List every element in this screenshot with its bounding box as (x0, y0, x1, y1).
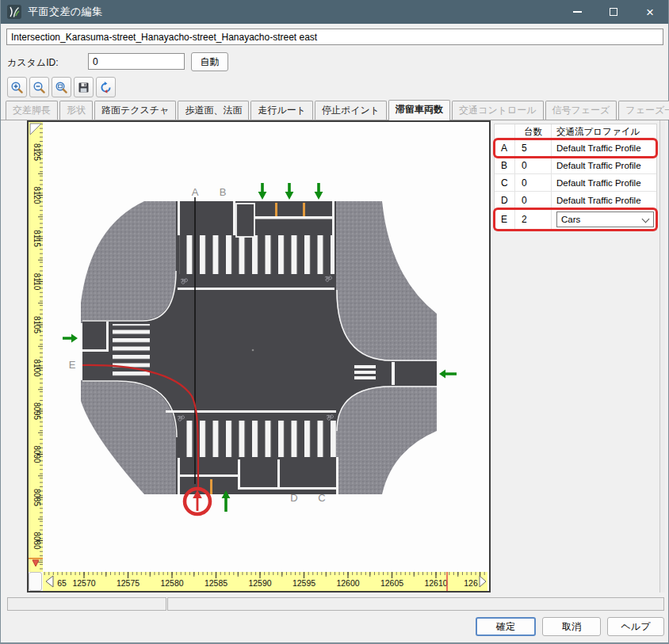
auto-button[interactable]: 自動 (191, 52, 228, 71)
tab-0: 交差脚長 (6, 101, 58, 120)
leg-label-e: E (69, 359, 76, 371)
cancel-button[interactable]: 取消 (542, 617, 601, 636)
panel-scrollbar[interactable] (659, 120, 665, 593)
leg-label-b: B (220, 186, 227, 198)
intersection-drawing: A B C D E (43, 122, 487, 572)
leg-label-a: A (192, 186, 199, 198)
ruler-corner-box[interactable] (29, 572, 42, 591)
status-panel-left (7, 597, 166, 611)
cell-count[interactable]: 2 (515, 209, 552, 229)
vruler-label: 8115 (32, 230, 41, 247)
cell-leg: C (495, 174, 515, 191)
zoom-region-button[interactable] (52, 77, 71, 97)
tab-1: 形状 (59, 101, 93, 120)
vruler-label: 8110 (32, 273, 41, 291)
median-island (236, 204, 254, 237)
cell-leg: A (495, 139, 515, 156)
help-button[interactable]: ヘルプ (607, 617, 664, 636)
hruler-label: 12600 (336, 578, 359, 588)
window-title: 平面交差の編集 (28, 5, 103, 19)
tab-2[interactable]: 路面テクスチャ (94, 101, 176, 120)
zoom-in-button[interactable] (7, 77, 27, 97)
cell-profile: Cars (552, 209, 656, 229)
tab-9: フェーズ一覧 (618, 101, 669, 120)
arrow-right-icon (63, 334, 78, 343)
title-bar[interactable]: 平面交差の編集 × (1, 0, 668, 24)
tab-3[interactable]: 歩道面、法面 (178, 101, 249, 120)
drawing-area-frame: 8125812081158110810581008095809080858080… (27, 120, 491, 593)
maximize-button[interactable] (595, 0, 632, 24)
intersection-name-input[interactable] (6, 29, 663, 45)
cell-count[interactable]: 5 (515, 139, 552, 156)
header-count: 台数 (515, 124, 552, 139)
table-row-D[interactable]: D0Default Traffic Profile (495, 192, 656, 209)
canvas-toolbar (7, 77, 116, 97)
cell-count[interactable]: 0 (515, 157, 552, 173)
vertical-ruler[interactable]: 8125812081158110810581008095809080858080 (29, 122, 43, 572)
cell-count[interactable]: 0 (515, 192, 552, 208)
hruler-label: 12570 (72, 578, 95, 588)
vruler-label: 8105 (32, 316, 41, 334)
refresh-button[interactable] (96, 77, 116, 97)
dialog-edit-intersection: 平面交差の編集 × カスタムID: 自動 (0, 0, 669, 644)
hruler-label: 12585 (205, 578, 227, 588)
table-row-A[interactable]: A5Default Traffic Profile (495, 139, 656, 157)
tab-7: 交通コントロール (452, 101, 543, 120)
horizontal-ruler[interactable]: 6512570125751258012585125901259512600126… (43, 572, 487, 591)
table-row-E[interactable]: E2Cars (495, 209, 656, 230)
maximize-icon (610, 8, 617, 16)
app-icon (7, 5, 21, 19)
refresh-icon (99, 81, 113, 94)
vruler-label: 8095 (32, 402, 41, 421)
vruler-label: 8120 (32, 186, 41, 204)
table-header: 台数交通流プロファイル (495, 124, 656, 139)
cell-profile[interactable]: Default Traffic Profile (552, 157, 656, 173)
header-profile: 交通流プロファイル (552, 124, 656, 139)
cell-count[interactable]: 0 (515, 174, 552, 191)
zoom-in-icon (10, 81, 24, 94)
hruler-label: 12605 (380, 578, 403, 588)
save-button[interactable] (74, 77, 94, 97)
hruler-label: 126 (464, 578, 478, 588)
zoom-out-icon (32, 81, 46, 94)
arrow-down-icon (315, 183, 323, 200)
zoom-region-icon (55, 81, 68, 94)
vruler-label: 8080 (32, 532, 41, 550)
cell-profile[interactable]: Default Traffic Profile (552, 139, 656, 156)
table-row-B[interactable]: B0Default Traffic Profile (495, 157, 656, 174)
leg-label-d: D (290, 492, 297, 504)
vruler-label: 8085 (32, 489, 41, 507)
vruler-label: 8125 (32, 143, 41, 162)
arrow-down-icon (258, 183, 267, 200)
custom-id-input[interactable] (88, 53, 185, 70)
close-button[interactable]: × (632, 0, 668, 24)
minimize-icon (573, 11, 582, 13)
table-row-C[interactable]: C0Default Traffic Profile (495, 174, 656, 192)
cell-profile[interactable]: Default Traffic Profile (552, 174, 656, 191)
tab-5[interactable]: 停止ポイント (315, 101, 387, 120)
chevron-down-icon (642, 215, 650, 223)
queued-vehicles-table: 台数交通流プロファイルA5Default Traffic ProfileB0De… (494, 124, 657, 231)
profile-dropdown[interactable]: Cars (556, 211, 654, 227)
arrow-down-icon (285, 183, 294, 200)
leg-label-c: C (318, 492, 325, 504)
vruler-label: 8100 (32, 359, 41, 377)
cell-leg: B (495, 157, 515, 173)
tab-4[interactable]: 走行ルート (250, 101, 313, 120)
intersection-canvas[interactable]: A B C D E (43, 122, 487, 572)
tab-6[interactable]: 滞留車両数 (388, 100, 450, 120)
confirm-button[interactable]: 確定 (476, 617, 536, 636)
hruler-label: 12590 (248, 578, 271, 588)
cell-leg: E (495, 209, 515, 229)
hruler-label: 12610 (424, 578, 447, 588)
profile-value: Cars (561, 215, 580, 224)
zoom-out-button[interactable] (29, 77, 49, 97)
arrow-left-icon (439, 370, 457, 379)
hruler-label: 65 (57, 578, 67, 588)
save-icon (77, 81, 90, 94)
tab-8: 信号フェーズ (545, 101, 617, 120)
minimize-button[interactable] (559, 0, 595, 24)
custom-id-label: カスタムID: (7, 56, 58, 70)
intersection-center-dot (252, 349, 254, 352)
cell-profile[interactable]: Default Traffic Profile (552, 192, 656, 208)
